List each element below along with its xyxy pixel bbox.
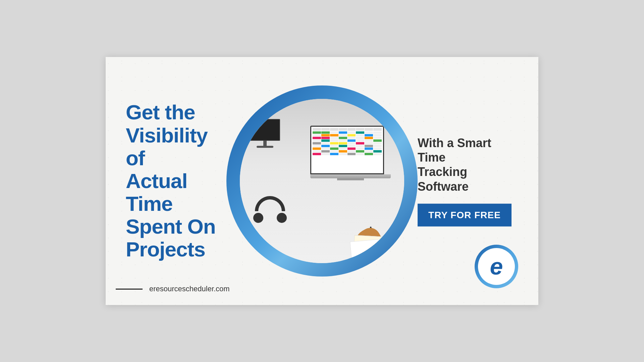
grid-cell bbox=[347, 131, 356, 134]
bottom-bar: eresourcescheduler.com bbox=[116, 285, 230, 293]
grid-row-6 bbox=[313, 145, 382, 147]
headline-line3: Actual Time bbox=[126, 169, 187, 215]
headline-line2: Visibility of bbox=[126, 124, 208, 170]
circle-outer-ring bbox=[226, 85, 418, 277]
grid-header-cell bbox=[321, 128, 330, 131]
grid-cell bbox=[373, 153, 382, 155]
headphone-left-ear bbox=[253, 213, 263, 223]
grid-cell bbox=[347, 147, 356, 150]
grid-cell bbox=[339, 142, 347, 144]
website-url: eresourcescheduler.com bbox=[149, 285, 230, 293]
grid-row-3 bbox=[313, 137, 382, 139]
grid-cell bbox=[313, 139, 321, 142]
laptop-screen bbox=[310, 126, 384, 174]
paper-1 bbox=[350, 238, 398, 258]
grid-cell bbox=[356, 150, 364, 153]
left-section: Get the Visibility of Actual Time Spent … bbox=[106, 81, 240, 281]
monitor-stand-base bbox=[257, 146, 273, 148]
bottom-line-divider bbox=[116, 289, 143, 290]
grid-cell bbox=[347, 145, 356, 147]
grid-cell bbox=[339, 147, 347, 150]
grid-cell bbox=[339, 145, 347, 147]
ad-banner: Get the Visibility of Actual Time Spent … bbox=[106, 57, 538, 305]
headphones bbox=[253, 196, 287, 223]
grid-cell bbox=[313, 153, 321, 155]
grid-cell bbox=[356, 147, 364, 150]
grid-cell bbox=[321, 153, 330, 155]
grid-header-cell bbox=[330, 128, 338, 131]
grid-cell bbox=[347, 150, 356, 153]
grid-header-cell bbox=[347, 128, 356, 131]
grid-cell bbox=[356, 137, 364, 139]
grid-cell bbox=[365, 145, 373, 147]
grid-cell bbox=[373, 145, 382, 147]
monitor-stand-neck bbox=[263, 141, 267, 146]
subtitle-line1: With a Smart Time bbox=[418, 136, 491, 164]
grid-cell bbox=[313, 147, 321, 150]
grid-cell bbox=[356, 142, 364, 144]
grid-row-7 bbox=[313, 147, 382, 150]
grid-cell bbox=[313, 134, 321, 136]
grid-cell bbox=[313, 150, 321, 153]
grid-cell bbox=[373, 137, 382, 139]
grid-row-2 bbox=[313, 134, 382, 136]
grid-cell bbox=[321, 145, 330, 147]
grid-cell bbox=[365, 139, 373, 142]
grid-cell bbox=[365, 142, 373, 144]
grid-cell bbox=[330, 137, 338, 139]
grid-cell bbox=[330, 134, 338, 136]
grid-cell bbox=[356, 145, 364, 147]
grid-cell bbox=[330, 131, 338, 134]
grid-cell bbox=[347, 139, 356, 142]
laptop-base bbox=[310, 174, 391, 178]
grid-cell bbox=[321, 142, 330, 144]
grid-cell bbox=[373, 131, 382, 134]
grid-row-9 bbox=[313, 153, 382, 155]
grid-header-cell bbox=[313, 128, 321, 131]
grid-cell bbox=[365, 134, 373, 136]
try-for-free-button[interactable]: TRY FOR FREE bbox=[418, 203, 512, 226]
grid-cell bbox=[313, 145, 321, 147]
laptop-stand bbox=[337, 178, 364, 180]
grid-cell bbox=[330, 150, 338, 153]
grid-cell bbox=[356, 134, 364, 136]
grid-cell bbox=[373, 150, 382, 153]
grid-row-1 bbox=[313, 131, 382, 134]
grid-header-cell bbox=[365, 128, 373, 131]
monitor-screen bbox=[250, 119, 280, 141]
grid-header-cell bbox=[373, 128, 382, 131]
monitor bbox=[250, 119, 280, 148]
grid-cell bbox=[321, 137, 330, 139]
subtitle-line2: Tracking Software bbox=[418, 165, 469, 193]
grid-cell bbox=[365, 150, 373, 153]
grid-cell bbox=[373, 147, 382, 150]
grid-cell bbox=[330, 147, 338, 150]
grid-header-cell bbox=[339, 128, 347, 131]
grid-cell bbox=[347, 134, 356, 136]
logo-outer-ring: e bbox=[475, 245, 518, 288]
grid-cell bbox=[365, 137, 373, 139]
grid-cell bbox=[373, 142, 382, 144]
headline-line4: Spent On bbox=[126, 215, 216, 238]
headline-line1: Get the bbox=[126, 101, 195, 124]
headphone-band bbox=[255, 196, 285, 211]
grid-cell bbox=[330, 153, 338, 155]
grid-row-4 bbox=[313, 139, 382, 142]
grid-cell bbox=[339, 137, 347, 139]
center-image-circle bbox=[226, 85, 418, 277]
logo-inner: e bbox=[478, 248, 515, 285]
grid-row-5 bbox=[313, 142, 382, 144]
grid-cell bbox=[313, 142, 321, 144]
headphone-right-ear bbox=[277, 213, 287, 223]
grid-cell bbox=[356, 139, 364, 142]
grid-cell bbox=[365, 147, 373, 150]
grid-cell bbox=[373, 134, 382, 136]
grid-cell bbox=[373, 139, 382, 142]
grid-cell bbox=[321, 131, 330, 134]
grid-cell bbox=[347, 153, 356, 155]
grid-cell bbox=[339, 131, 347, 134]
grid-row-8 bbox=[313, 150, 382, 153]
grid-cell bbox=[356, 131, 364, 134]
grid-cell bbox=[339, 153, 347, 155]
grid-cell bbox=[321, 139, 330, 142]
